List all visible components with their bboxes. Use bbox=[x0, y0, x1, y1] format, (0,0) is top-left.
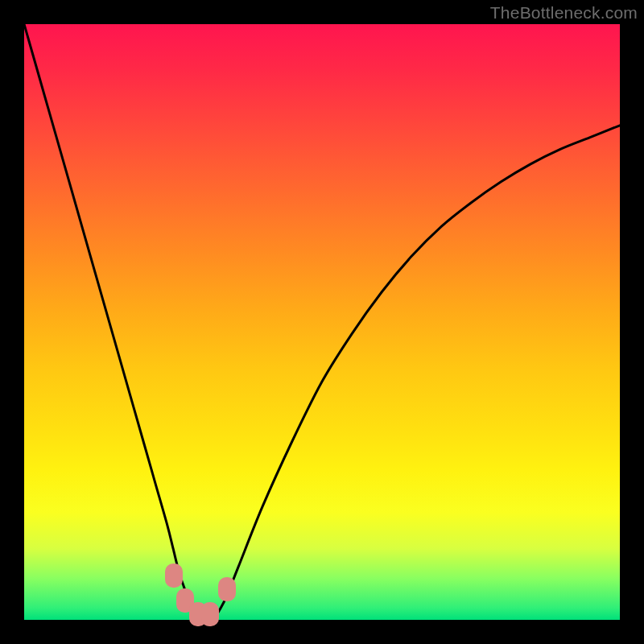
marker-e bbox=[218, 577, 236, 601]
watermark-text: TheBottleneck.com bbox=[490, 3, 638, 23]
chart-frame: TheBottleneck.com bbox=[0, 0, 644, 644]
bottleneck-curve bbox=[24, 24, 620, 620]
marker-d bbox=[201, 602, 219, 626]
marker-a bbox=[165, 564, 183, 588]
plot-area bbox=[24, 24, 620, 620]
curve-svg bbox=[24, 24, 620, 620]
